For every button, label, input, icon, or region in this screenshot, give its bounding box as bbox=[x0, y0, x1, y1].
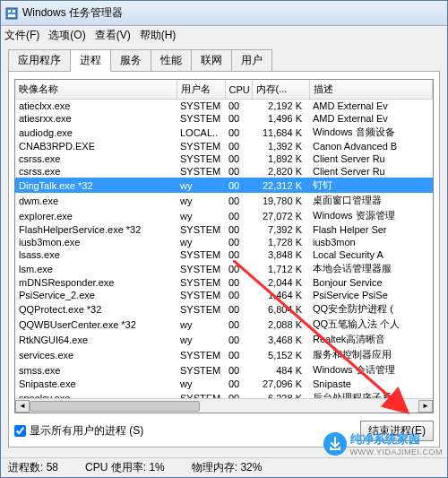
table-row[interactable]: atiesrxx.exeSYSTEM001,496 KAMD External … bbox=[15, 112, 433, 125]
tab-services[interactable]: 服务 bbox=[110, 49, 151, 71]
cell-desc: Flash Helper Ser bbox=[309, 223, 433, 236]
cell-desc: 本地会话管理器服 bbox=[309, 261, 433, 276]
table-row[interactable]: PsiService_2.exeSYSTEM001,464 KPsiServic… bbox=[15, 289, 433, 301]
table-row[interactable]: explorer.exewy0027,072 KWindows 资源管理 bbox=[15, 208, 433, 223]
menu-file[interactable]: 文件(F) bbox=[4, 28, 39, 43]
cell-name: Snipaste.exe bbox=[15, 378, 177, 390]
cell-user: SYSTEM bbox=[177, 390, 225, 398]
cell-mem: 2,820 K bbox=[252, 165, 309, 178]
scroll-right-icon[interactable]: ► bbox=[418, 400, 433, 413]
show-all-users-input[interactable] bbox=[14, 425, 26, 437]
cell-user: SYSTEM bbox=[177, 165, 225, 178]
tab-bar: 应用程序 进程 服务 性能 联网 用户 bbox=[1, 44, 447, 71]
cell-mem: 5,152 K bbox=[252, 347, 309, 362]
menu-options[interactable]: 选项(O) bbox=[48, 28, 85, 43]
cell-cpu: 00 bbox=[225, 332, 252, 347]
cell-cpu: 00 bbox=[225, 261, 252, 276]
tab-applications[interactable]: 应用程序 bbox=[8, 49, 71, 71]
cell-cpu: 00 bbox=[225, 165, 252, 178]
table-header-row: 映像名称 用户名 CPU 内存(... 描述 bbox=[15, 80, 433, 100]
cell-cpu: 00 bbox=[225, 236, 252, 248]
cell-cpu: 00 bbox=[225, 317, 252, 332]
table-row[interactable]: DingTalk.exe *32wy0022,312 K钉钉 bbox=[15, 178, 433, 193]
svg-rect-1 bbox=[8, 10, 11, 13]
col-user-name[interactable]: 用户名 bbox=[177, 80, 225, 100]
table-row[interactable]: QQProtect.exe *32SYSTEM006,804 KQQ安全防护进程… bbox=[15, 301, 433, 317]
col-image-name[interactable]: 映像名称 bbox=[15, 80, 177, 100]
cell-mem: 6,228 K bbox=[252, 390, 309, 398]
cell-user: LOCAL.. bbox=[177, 125, 225, 140]
cell-desc: Local Security A bbox=[309, 248, 433, 261]
table-row[interactable]: csrss.exeSYSTEM001,892 KClient Server Ru bbox=[15, 152, 433, 165]
col-memory[interactable]: 内存(... bbox=[252, 80, 309, 100]
cell-name: audiodg.exe bbox=[15, 125, 177, 140]
cell-cpu: 00 bbox=[225, 390, 252, 398]
tab-users[interactable]: 用户 bbox=[231, 49, 272, 71]
cell-name: dwm.exe bbox=[15, 193, 177, 208]
table-row[interactable]: services.exeSYSTEM005,152 K服务和控制器应用 bbox=[15, 347, 433, 362]
tab-networking[interactable]: 联网 bbox=[191, 49, 232, 71]
tab-performance[interactable]: 性能 bbox=[151, 49, 192, 71]
scroll-thumb[interactable] bbox=[30, 401, 200, 412]
cell-user: SYSTEM bbox=[177, 112, 225, 125]
scroll-left-icon[interactable]: ◄ bbox=[15, 400, 30, 413]
titlebar[interactable]: Windows 任务管理器 bbox=[1, 1, 447, 26]
cell-name: DingTalk.exe *32 bbox=[15, 178, 177, 193]
cell-name: csrss.exe bbox=[15, 152, 177, 165]
tab-processes[interactable]: 进程 bbox=[70, 49, 111, 72]
cell-mem: 484 K bbox=[252, 362, 309, 378]
table-row[interactable]: atieclxx.exeSYSTEM002,192 KAMD External … bbox=[15, 100, 433, 112]
table-row[interactable]: lsm.exeSYSTEM001,712 K本地会话管理器服 bbox=[15, 261, 433, 276]
cell-mem: 22,312 K bbox=[252, 178, 309, 193]
table-row[interactable]: csrss.exeSYSTEM002,820 KClient Server Ru bbox=[15, 165, 433, 178]
horizontal-scrollbar[interactable]: ◄ ► bbox=[15, 398, 433, 413]
cell-mem: 3,848 K bbox=[252, 248, 309, 261]
cell-cpu: 00 bbox=[225, 362, 252, 378]
table-row[interactable]: QQWBUserCenter.exe *32wy002,088 KQQ五笔输入法… bbox=[15, 317, 433, 332]
cell-name: lsass.exe bbox=[15, 248, 177, 261]
table-row[interactable]: FlashHelperService.exe *32SYSTEM007,392 … bbox=[15, 223, 433, 236]
svg-rect-2 bbox=[13, 10, 15, 13]
cell-mem: 27,096 K bbox=[252, 378, 309, 390]
cell-name: atiesrxx.exe bbox=[15, 112, 177, 125]
scroll-track[interactable] bbox=[30, 400, 418, 413]
content-panel: 映像名称 用户名 CPU 内存(... 描述 atieclxx.exeSYSTE… bbox=[8, 71, 440, 448]
table-row[interactable]: Snipaste.exewy0027,096 KSnipaste bbox=[15, 378, 433, 390]
task-manager-window: Windows 任务管理器 文件(F) 选项(O) 查看(V) 帮助(H) 应用… bbox=[0, 0, 448, 478]
cell-name: csrss.exe bbox=[15, 165, 177, 178]
table-row[interactable]: lsass.exeSYSTEM003,848 KLocal Security A bbox=[15, 248, 433, 261]
cell-mem: 2,044 K bbox=[252, 276, 309, 289]
table-row[interactable]: mDNSResponder.exeSYSTEM002,044 KBonjour … bbox=[15, 276, 433, 289]
table-row[interactable]: smss.exeSYSTEM00484 KWindows 会话管理 bbox=[15, 362, 433, 378]
cell-cpu: 00 bbox=[225, 112, 252, 125]
cell-mem: 6,804 K bbox=[252, 301, 309, 317]
cell-user: SYSTEM bbox=[177, 248, 225, 261]
table-row[interactable]: iusb3mon.exewy001,728 Kiusb3mon bbox=[15, 236, 433, 248]
menu-view[interactable]: 查看(V) bbox=[95, 28, 131, 43]
cell-user: wy bbox=[177, 236, 225, 248]
table-row[interactable]: audiodg.exeLOCAL..0011,684 KWindows 音频设备 bbox=[15, 125, 433, 140]
cell-mem: 1,496 K bbox=[252, 112, 309, 125]
cell-desc: iusb3mon bbox=[309, 236, 433, 248]
col-description[interactable]: 描述 bbox=[309, 80, 433, 100]
cell-user: SYSTEM bbox=[177, 289, 225, 301]
cell-mem: 1,392 K bbox=[252, 140, 309, 152]
cell-name: explorer.exe bbox=[15, 208, 177, 223]
table-row[interactable]: RtkNGUI64.exewy003,468 KRealtek高清晰音 bbox=[15, 332, 433, 347]
table-row[interactable]: CNAB3RPD.EXESYSTEM001,392 KCanon Advance… bbox=[15, 140, 433, 152]
cell-mem: 11,684 K bbox=[252, 125, 309, 140]
cell-mem: 27,072 K bbox=[252, 208, 309, 223]
cell-mem: 2,088 K bbox=[252, 317, 309, 332]
show-all-users-checkbox[interactable]: 显示所有用户的进程 (S) bbox=[14, 423, 143, 439]
cell-mem: 7,392 K bbox=[252, 223, 309, 236]
col-cpu[interactable]: CPU bbox=[225, 80, 252, 100]
watermark-text: 纯净系统家园 bbox=[350, 431, 444, 448]
table-row[interactable]: spoolsv.exeSYSTEM006,228 K后台处理程序子系 bbox=[15, 390, 433, 398]
cell-user: wy bbox=[177, 317, 225, 332]
table-row[interactable]: dwm.exewy0019,780 K桌面窗口管理器 bbox=[15, 193, 433, 208]
cell-desc: Bonjour Service bbox=[309, 276, 433, 289]
cell-user: SYSTEM bbox=[177, 362, 225, 378]
watermark-url: WWW.YIDAJIMEI.COM bbox=[350, 448, 444, 456]
svg-rect-0 bbox=[6, 8, 17, 19]
menu-help[interactable]: 帮助(H) bbox=[140, 28, 177, 43]
